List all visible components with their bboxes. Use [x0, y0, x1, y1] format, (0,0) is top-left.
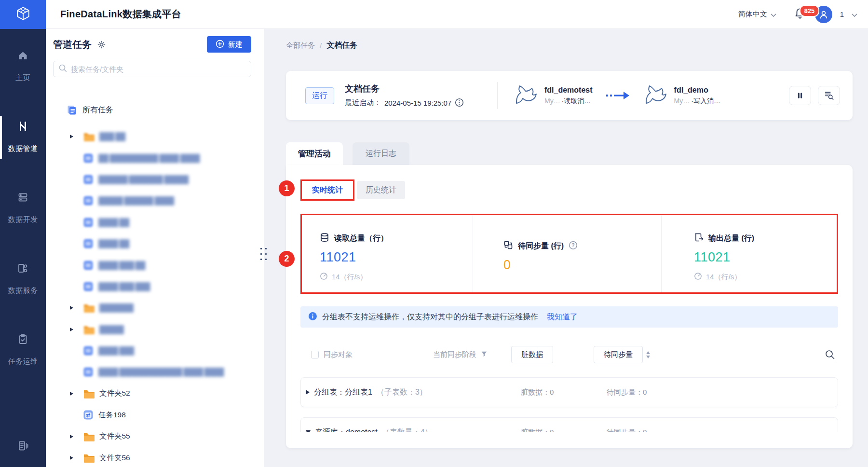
annotation-box-realtime: 实时统计 — [300, 179, 354, 201]
source-step: ·读取消… — [562, 97, 591, 106]
nav-item-task-ops[interactable]: 任务运维 — [0, 333, 46, 366]
target-db: fdl_demo My… ·写入消… — [645, 84, 720, 107]
new-task-button[interactable]: 新建 — [207, 36, 251, 53]
sort-arrows-icon[interactable] — [646, 351, 650, 358]
tree-item-all-tasks[interactable]: 所有任务 — [46, 99, 264, 121]
dirty-data-button[interactable]: 脏数据 — [511, 346, 553, 363]
sidebar-header: 管道任务 新建 — [46, 29, 264, 53]
notice-text: 分组表不支持运维操作，仅支持对其中的分组子表进行运维操作 — [322, 312, 538, 322]
user-chevron-down-icon[interactable] — [852, 10, 857, 19]
gear-icon[interactable] — [96, 40, 107, 50]
row-pending-count: 待同步量：0 — [607, 388, 838, 397]
subtab-history-stats[interactable]: 历史统计 — [357, 181, 405, 199]
dirty-data-label: 脏数据 — [521, 350, 543, 359]
caret-right-icon[interactable] — [306, 390, 310, 395]
source-name: fdl_demotest — [544, 86, 593, 95]
caret-right-icon[interactable] — [70, 392, 76, 396]
task-icon — [83, 153, 94, 164]
group-table-row[interactable]: 分组表：分组表1 （子表数：3） 脏数据：0 待同步量：0 — [300, 377, 838, 407]
caret-right-icon[interactable] — [70, 435, 76, 439]
tree-item-label: ████ ██ — [98, 239, 129, 248]
nav-item-data-development[interactable]: 数据开发 — [0, 192, 46, 224]
tree-item-folder-56[interactable]: 文件夹56 — [46, 447, 264, 467]
vertical-divider — [497, 82, 498, 109]
tree-item-task[interactable]: ████ ██ — [46, 233, 264, 254]
task-icon — [83, 195, 94, 206]
task-search[interactable] — [53, 61, 251, 77]
tab-management-activity[interactable]: 管理活动 — [286, 142, 343, 165]
username: 1 — [840, 10, 844, 18]
tab-run-log[interactable]: 运行日志 — [353, 142, 409, 165]
language-label: 简体中文 — [738, 10, 767, 19]
caret-right-icon[interactable] — [70, 135, 76, 138]
tree-item-folder-55[interactable]: 文件夹55 — [46, 426, 264, 447]
subtab-realtime-stats[interactable]: 实时统计 — [302, 181, 353, 199]
stat-label: 读取总量（行） — [334, 234, 388, 244]
stat-read-rate: 14（行/s） — [320, 272, 473, 282]
search-input[interactable] — [71, 65, 246, 73]
app-logo[interactable] — [0, 0, 46, 29]
tree-item-folder[interactable]: █████ — [46, 319, 264, 340]
subtab-label: 实时统计 — [312, 185, 343, 195]
pending-sync-sort-button[interactable]: 待同步量 — [594, 346, 643, 363]
tree-item-task-198[interactable]: 任务198 — [46, 404, 264, 426]
svg-text:?: ? — [571, 242, 574, 248]
stat-output-label-row: 输出总量 (行) — [694, 233, 837, 244]
caret-down-icon[interactable] — [306, 430, 311, 432]
task-icon — [83, 260, 94, 271]
tree-item-label: ████ █████████████ ████ ████ — [98, 368, 223, 376]
language-switcher[interactable]: 简体中文 — [738, 10, 776, 19]
stat-read-value: 11021 — [320, 250, 473, 265]
sync-task-icon — [83, 410, 94, 420]
tree-item-task[interactable]: ████ █████████████ ████ ████ — [46, 361, 264, 383]
nav-item-data-service[interactable]: 数据服务 — [0, 262, 46, 295]
caret-right-icon[interactable] — [70, 328, 76, 331]
tree-item-folder[interactable]: ███ ██ — [46, 126, 264, 147]
management-activity-panel: 实时统计 历史统计 — [286, 165, 853, 448]
tree-item-folder[interactable]: ███████ — [46, 297, 264, 318]
breadcrumb-current: 文档任务 — [326, 41, 357, 51]
tree-item-task[interactable]: ██ ██████████ ████ ████ — [46, 147, 264, 168]
tree-item-task[interactable]: ████ ███ ██ — [46, 254, 264, 275]
pause-button[interactable] — [789, 86, 811, 105]
tree-item-task[interactable]: ██████ ███████ █████ — [46, 169, 264, 190]
source-target-connection: fdl_demotest My… ·读取消… — [515, 84, 720, 107]
row-dirty-count: 脏数据：0 — [521, 428, 607, 433]
source-db-row[interactable]: 来源库：demotest （表数量：4） 脏数据：0 待同步量：0 — [300, 417, 838, 432]
sync-squares-icon — [503, 240, 513, 252]
sidebar-resize-handle[interactable] — [260, 248, 267, 260]
tree-item-label: ████ ██ — [98, 218, 129, 227]
breadcrumb-all-tasks[interactable]: 全部任务 — [286, 41, 315, 50]
rate-value: 14（行/s） — [332, 273, 367, 282]
subtab-label: 历史统计 — [366, 185, 396, 195]
got-it-link[interactable]: 我知道了 — [547, 312, 578, 322]
breadcrumb: 全部任务 / 文档任务 — [264, 29, 868, 51]
task-last-run: 最近启动： 2024-05-15 19:25:07 — [345, 98, 497, 109]
stage-filter[interactable]: 当前同步阶段 — [433, 350, 488, 359]
tree-item-label: ███████ — [99, 303, 133, 312]
nav-item-logs[interactable] — [0, 440, 46, 464]
tree-item-task[interactable]: ████ ███ ███ — [46, 276, 264, 297]
nav-item-data-pipeline[interactable]: 数据管道 — [0, 121, 46, 153]
filter-bar: 同步对象 当前同步阶段 脏数据 待同步量 — [300, 345, 838, 364]
tree-item-task[interactable]: █████ ██████ ████ — [46, 190, 264, 211]
help-icon[interactable]: ? — [569, 241, 578, 252]
task-icon — [83, 345, 94, 356]
notifications-button[interactable]: 825 — [794, 7, 807, 22]
nav-item-home[interactable]: 主页 — [0, 50, 46, 82]
tree-item-task[interactable]: ████ ███ — [46, 340, 264, 361]
tree-item-folder-52[interactable]: 文件夹52 — [46, 383, 264, 404]
tree-item-label: █████ — [99, 325, 123, 334]
gauge-icon — [694, 272, 702, 282]
info-more-icon[interactable] — [455, 98, 464, 109]
tree-item-task[interactable]: ████ ██ — [46, 212, 264, 233]
source-db: fdl_demotest My… ·读取消… — [515, 84, 593, 107]
main-content: 全部任务 / 文档任务 运行 文档任务 最近启动： 2024-05-15 19:… — [264, 29, 868, 467]
select-all-checkbox[interactable] — [311, 351, 319, 358]
table-search-icon[interactable] — [825, 349, 835, 360]
chevron-down-icon — [771, 10, 776, 18]
caret-right-icon[interactable] — [70, 306, 76, 310]
view-log-button[interactable] — [818, 86, 840, 105]
caret-right-icon[interactable] — [70, 456, 76, 460]
target-step: ·写入消… — [691, 97, 720, 106]
